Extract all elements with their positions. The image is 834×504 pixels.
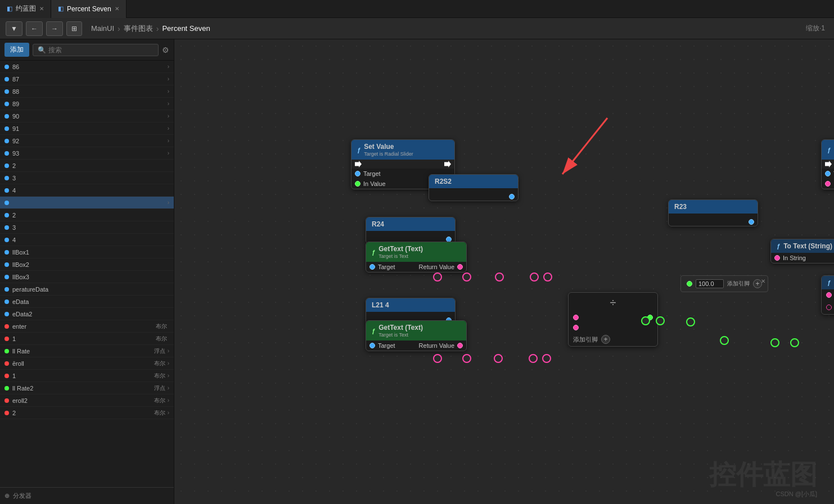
reroute-green-5[interactable] <box>770 338 779 347</box>
svg-line-2 <box>562 118 607 174</box>
reroute-green-3[interactable] <box>686 317 695 326</box>
list-item[interactable]: 93› <box>0 147 174 160</box>
list-item[interactable]: 92› <box>0 135 174 147</box>
reroute-green-4[interactable] <box>720 336 729 345</box>
list-item[interactable]: enter布尔 <box>0 320 174 333</box>
grid-btn[interactable]: ⊞ <box>66 21 82 36</box>
list-item[interactable]: 88› <box>0 85 174 98</box>
dot-blue <box>4 275 9 279</box>
list-item[interactable]: 3 <box>0 221 174 234</box>
node-gettext1-header: ƒ GetText (Text) Target is Text <box>366 242 466 262</box>
list-item[interactable]: ll Rate浮点› <box>0 345 174 357</box>
list-item-selected[interactable]: › <box>0 197 174 209</box>
reroute-pink-2[interactable] <box>462 273 471 281</box>
breadcrumb-sep2: › <box>156 24 159 33</box>
tab-close-blueprint[interactable]: ✕ <box>39 6 44 12</box>
pin-target[interactable] <box>369 343 375 348</box>
forward-btn[interactable]: → <box>46 21 63 36</box>
list-item[interactable]: ll Rate2浮点› <box>0 382 174 394</box>
tab-blueprint[interactable]: ◧ 约蓝图 ✕ <box>0 0 51 18</box>
list-item[interactable]: 2布尔› <box>0 407 174 419</box>
pin-target[interactable] <box>825 171 831 176</box>
reroute-green-1[interactable] <box>641 316 650 325</box>
list-item[interactable]: eData2 <box>0 308 174 320</box>
tab-percent-seven[interactable]: ◧ Percent Seven ✕ <box>51 0 127 18</box>
value-row: 添加引脚 + <box>687 279 762 288</box>
reroute-pink-3[interactable] <box>495 273 504 281</box>
node-r2s2-header: R2S2 <box>429 175 518 188</box>
add-variable-btn[interactable]: 添加 <box>4 43 29 57</box>
value-input-100[interactable] <box>696 279 724 288</box>
pin-target[interactable] <box>369 264 375 270</box>
pin-div-a[interactable] <box>573 315 579 320</box>
node-set-text-header: ƒ SetText (Text) Target is Text <box>822 140 834 160</box>
reroute-pink-5[interactable] <box>543 273 552 281</box>
pin-b[interactable] <box>826 305 832 310</box>
pin-r2s2-out[interactable] <box>509 194 515 199</box>
pin-target[interactable] <box>355 171 360 176</box>
list-item[interactable]: eroll2布尔› <box>0 394 174 407</box>
pin-instring[interactable] <box>774 255 780 261</box>
settings-btn[interactable]: ⚙ <box>162 46 169 55</box>
pin-100-in[interactable] <box>687 281 692 287</box>
close-100-btn[interactable]: ✕ <box>761 278 765 284</box>
list-item[interactable]: 4 <box>0 234 174 246</box>
dot-blue <box>4 312 9 316</box>
node-subtitle: Target is Text <box>378 332 423 338</box>
dot-blue <box>4 164 9 168</box>
func-icon: ƒ <box>827 147 831 153</box>
sidebar-list: 86› 87› 88› 89› 90› 91› 92› 93› 2 3 4 › … <box>0 61 174 487</box>
pin-a[interactable] <box>826 292 832 298</box>
breadcrumb-mainui[interactable]: MainUI <box>91 24 114 33</box>
reroute-pink-6[interactable] <box>433 354 442 363</box>
list-item[interactable]: 90› <box>0 110 174 122</box>
list-item[interactable]: llBox2 <box>0 258 174 271</box>
reroute-pink-4[interactable] <box>530 273 539 281</box>
tab-close-percent[interactable]: ✕ <box>115 6 119 12</box>
add-pin-icon[interactable]: + <box>601 335 610 344</box>
list-item[interactable]: 86› <box>0 61 174 73</box>
list-item[interactable]: eData <box>0 296 174 308</box>
search-input[interactable] <box>48 46 154 54</box>
node-title: R24 <box>372 220 384 228</box>
node-set-value-header: ƒ Set Value Target is Radial Slider <box>351 140 454 160</box>
pin-div-b[interactable] <box>573 325 579 330</box>
list-item[interactable]: 2 <box>0 160 174 172</box>
list-item[interactable]: peratureData <box>0 283 174 296</box>
list-item[interactable]: 3 <box>0 172 174 184</box>
canvas-area[interactable]: ƒ Set Value Target is Radial Slider Targ… <box>174 39 834 504</box>
node-subtitle: Target is Radial Slider <box>364 151 413 157</box>
list-item[interactable]: 2 <box>0 209 174 221</box>
pin-r23-out[interactable] <box>749 219 754 225</box>
reroute-pink-10[interactable] <box>542 354 551 363</box>
back-btn[interactable]: ← <box>26 21 43 36</box>
list-item[interactable]: 91› <box>0 122 174 135</box>
dot-blue <box>4 299 9 304</box>
node-to-text: ƒ To Text (String) In String Return Valu… <box>770 239 834 264</box>
list-item[interactable]: ēroll布尔› <box>0 357 174 370</box>
dot-blue <box>4 213 9 217</box>
list-item[interactable]: llBox1 <box>0 246 174 258</box>
breadcrumb-events[interactable]: 事件图表 <box>124 24 153 34</box>
list-item[interactable]: 87› <box>0 73 174 85</box>
reroute-green-2[interactable] <box>656 316 665 325</box>
reroute-pink-8[interactable] <box>494 354 503 363</box>
reroute-pink-9[interactable] <box>529 354 538 363</box>
pin-return[interactable] <box>457 343 463 348</box>
mode-dropdown-btn[interactable]: ▼ <box>6 21 22 36</box>
dot-blue <box>4 126 9 131</box>
list-item[interactable]: llBox3 <box>0 271 174 283</box>
pin-intext[interactable] <box>825 181 831 187</box>
reroute-green-6[interactable] <box>790 338 799 347</box>
list-item[interactable]: 1布尔 <box>0 333 174 345</box>
add-pin-div[interactable]: 添加引脚 + <box>569 333 657 346</box>
list-item[interactable]: 1布尔› <box>0 370 174 382</box>
reroute-pink-1[interactable] <box>433 273 442 281</box>
reroute-pink-7[interactable] <box>462 354 471 363</box>
list-item[interactable]: 89› <box>0 98 174 110</box>
pin-return[interactable] <box>457 264 463 270</box>
dot-red <box>4 324 9 329</box>
pin-invalue[interactable] <box>355 181 360 187</box>
zoom-label: 缩放·1 <box>806 24 825 33</box>
list-item[interactable]: 4 <box>0 184 174 197</box>
